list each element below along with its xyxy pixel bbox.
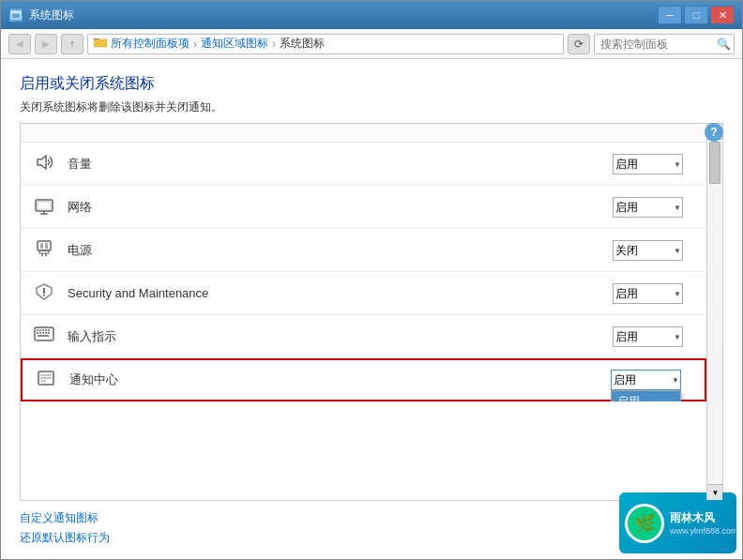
page-title: 启用或关闭系统图标 [20,74,723,94]
watermark-brand: 雨林木风 [670,510,738,526]
power-select-wrapper: 启用 关闭 ▼ [613,240,683,261]
breadcrumb: 所有控制面板项 › 通知区域图标 › 系统图标 [87,34,564,54]
svg-rect-29 [38,335,49,337]
input-select[interactable]: 启用 关闭 [613,326,683,347]
maximize-button[interactable]: □ [684,6,708,24]
table-row: Security and Maintenance 启用 关闭 ▼ [21,272,706,315]
customize-notification-link[interactable]: 自定义通知图标 [20,510,723,526]
svg-rect-28 [48,332,50,334]
scroll-down-button[interactable]: ▼ [707,484,723,500]
main-window: 系统图标 ─ □ ✕ ◀ ▶ ↑ 所有控制面板项 › 通知区域图标 › 系统图标… [0,0,743,560]
volume-select-wrapper: 启用 关闭 ▼ [613,154,683,174]
svg-rect-25 [39,332,41,334]
dropdown-option-enabled[interactable]: 启用 [612,391,680,401]
security-select-wrapper: 启用 关闭 ▼ [613,283,683,304]
volume-control: 启用 关闭 ▼ [613,154,706,174]
breadcrumb-item-2[interactable]: 通知区域图标 [201,36,268,52]
input-select-wrapper: 启用 关闭 ▼ [613,326,683,347]
notification-label: 通知中心 [69,371,611,388]
notification-control: 启用 关闭 ▼ 启用 关闭 [611,370,705,390]
power-label: 电源 [68,242,613,259]
help-button[interactable]: ? [705,123,723,142]
scrollbar-vertical: ▲ ▼ [706,124,722,500]
power-select[interactable]: 启用 关闭 [613,240,683,261]
svg-rect-22 [45,329,47,331]
page-header: 启用或关闭系统图标 关闭系统图标将删除该图标并关闭通知。 [1,59,742,123]
svg-rect-10 [39,250,49,253]
scroll-track [707,140,722,484]
svg-rect-1 [11,11,21,14]
svg-rect-19 [37,329,38,331]
svg-marker-4 [38,156,46,169]
table-row: 电源 启用 关闭 ▼ [21,229,706,272]
window-icon [8,8,23,23]
security-select[interactable]: 启用 关闭 [613,283,683,304]
close-button[interactable]: ✕ [710,6,735,24]
search-wrapper: 🔍 [594,34,735,54]
notification-icon [23,370,69,391]
breadcrumb-sep-2: › [272,38,276,51]
window-title: 系统图标 [29,8,74,23]
security-control: 启用 关闭 ▼ [613,283,706,304]
network-control: 启用 关闭 ▼ [613,197,706,218]
svg-rect-6 [38,202,51,209]
notification-select-wrapper: 启用 关闭 ▼ 启用 关闭 [611,370,681,390]
svg-rect-3 [94,39,107,47]
volume-icon [21,153,68,174]
notification-select[interactable]: 启用 关闭 [611,370,681,390]
breadcrumb-current: 系统图标 [280,36,325,52]
page-subtitle: 关闭系统图标将删除该图标并关闭通知。 [20,99,723,115]
svg-rect-26 [42,332,44,334]
security-label: Security and Maintenance [68,286,613,300]
title-bar: 系统图标 ─ □ ✕ [1,1,742,29]
window-controls: ─ □ ✕ [658,6,735,24]
power-control: 启用 关闭 ▼ [613,240,706,261]
table-row: 网络 启用 关闭 ▼ [21,186,706,229]
table-content: 音量 启用 关闭 ▼ [21,124,706,401]
input-icon [21,326,68,346]
network-select[interactable]: 启用 关闭 [613,197,683,218]
forward-button[interactable]: ▶ [35,34,57,54]
table-row: 输入指示 启用 关闭 ▼ [21,315,706,358]
icon-table-panel: ▲ ▼ [20,123,723,501]
breadcrumb-item-1[interactable]: 所有控制面板项 [111,36,190,52]
network-icon [21,196,68,218]
scroll-thumb[interactable] [709,142,720,184]
up-button[interactable]: ↑ [61,34,83,54]
network-select-wrapper: 启用 关闭 ▼ [613,197,683,218]
minimize-button[interactable]: ─ [658,6,682,24]
search-icon[interactable]: 🔍 [714,35,733,53]
notification-dropdown-popup: 启用 关闭 [611,390,681,401]
svg-rect-9 [38,241,51,250]
watermark-url: www.ylmf888.com [670,526,738,536]
network-label: 网络 [68,199,613,216]
svg-rect-11 [40,243,43,249]
svg-rect-24 [37,332,38,334]
folder-icon [94,37,107,51]
volume-select[interactable]: 启用 关闭 [613,154,683,174]
breadcrumb-sep-1: › [193,38,197,51]
security-icon [21,282,68,304]
svg-point-17 [43,295,45,296]
watermark-logo: 🌿 [625,504,664,543]
refresh-button[interactable]: ⟳ [568,34,590,54]
svg-text:🌿: 🌿 [634,513,656,534]
svg-rect-21 [42,329,44,331]
input-label: 输入指示 [68,328,613,345]
svg-rect-23 [48,329,50,331]
svg-rect-12 [45,243,48,249]
partial-top-row [21,124,706,143]
back-button[interactable]: ◀ [8,34,31,54]
power-icon [21,239,68,261]
volume-label: 音量 [68,156,613,173]
svg-rect-27 [45,332,47,334]
table-row: 音量 启用 关闭 ▼ [21,143,706,186]
watermark-text: 雨林木风 www.ylmf888.com [670,510,738,536]
input-control: 启用 关闭 ▼ [613,326,706,347]
notification-row: 通知中心 启用 关闭 ▼ 启用 关闭 [21,358,706,401]
watermark: 🌿 雨林木风 www.ylmf888.com [619,492,736,553]
address-bar: ◀ ▶ ↑ 所有控制面板项 › 通知区域图标 › 系统图标 ⟳ 🔍 [1,29,742,59]
restore-default-link[interactable]: 还原默认图标行为 [20,530,723,546]
title-bar-left: 系统图标 [8,8,74,23]
svg-rect-20 [39,329,41,331]
